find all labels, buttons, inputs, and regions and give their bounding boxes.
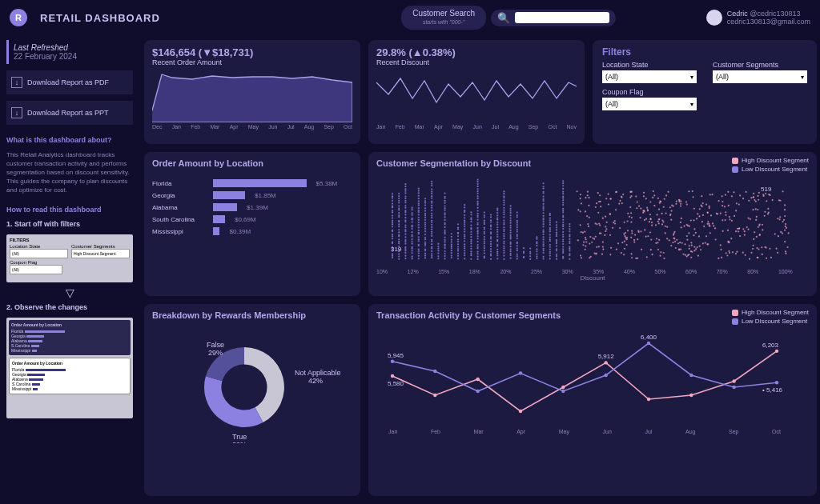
svg-point-579 [562, 208, 564, 210]
filter-segments-select[interactable]: (All) [713, 70, 807, 83]
svg-point-960 [581, 257, 582, 258]
svg-point-107 [412, 212, 413, 214]
svg-point-757 [729, 218, 730, 220]
bar-row: Florida$5.38M [152, 179, 352, 187]
svg-point-859 [720, 213, 722, 214]
svg-point-468 [517, 214, 518, 216]
svg-point-584 [562, 196, 564, 198]
svg-point-483 [536, 250, 537, 252]
svg-point-1053 [724, 206, 726, 207]
svg-point-268 [464, 238, 465, 239]
svg-point-618 [602, 249, 604, 250]
svg-point-160 [424, 210, 426, 211]
svg-point-893 [630, 253, 632, 254]
svg-point-599 [569, 238, 570, 240]
svg-point-233 [444, 192, 446, 194]
svg-point-139 [418, 188, 420, 190]
svg-point-516 [543, 195, 545, 197]
svg-point-128 [418, 214, 420, 215]
svg-point-427 [510, 258, 512, 259]
svg-point-415 [503, 216, 504, 218]
svg-point-105 [412, 218, 413, 219]
svg-point-596 [569, 246, 570, 248]
svg-point-341 [484, 247, 485, 249]
svg-point-55 [398, 193, 400, 194]
svg-point-1045 [656, 214, 657, 215]
axis-months: JanFebMarAprMayJunJulAugSepOctNov [376, 124, 577, 130]
svg-text:29%: 29% [232, 441, 247, 443]
svg-point-741 [660, 251, 661, 253]
svg-point-746 [748, 200, 750, 202]
svg-point-408 [503, 233, 504, 234]
svg-point-531 [549, 236, 551, 238]
svg-point-944 [585, 210, 586, 212]
svg-point-457 [517, 242, 518, 243]
svg-point-585 [562, 193, 564, 194]
svg-point-1072 [732, 379, 735, 382]
svg-point-714 [650, 249, 652, 250]
app-title: RETAIL DASHBOARD [40, 12, 160, 24]
svg-point-974 [693, 246, 695, 248]
svg-point-264 [464, 247, 465, 249]
svg-point-321 [477, 214, 479, 216]
svg-point-138 [418, 190, 420, 191]
svg-point-899 [752, 209, 754, 210]
svg-point-206 [444, 258, 446, 259]
svg-point-564 [562, 243, 564, 245]
svg-point-174 [431, 239, 432, 241]
svg-point-382 [496, 244, 498, 246]
svg-point-58 [404, 252, 406, 254]
svg-point-547 [556, 245, 557, 246]
search-input[interactable] [515, 12, 609, 23]
svg-point-188 [431, 205, 432, 206]
svg-point-441 [510, 225, 512, 226]
svg-point-985 [627, 230, 629, 231]
svg-point-336 [477, 178, 479, 180]
download-ppt-button[interactable]: ↓ Download Report as PPT [6, 101, 133, 125]
svg-point-355 [484, 214, 485, 216]
search-box[interactable]: 🔍 [491, 10, 616, 26]
svg-point-318 [477, 222, 479, 224]
svg-point-474 [523, 247, 525, 249]
svg-point-736 [762, 229, 763, 230]
svg-point-398 [503, 258, 504, 260]
svg-point-677 [655, 224, 657, 226]
svg-point-265 [464, 246, 465, 247]
chart-rewards-donut: False 29% Not Applicable 42% True 29% [152, 323, 352, 443]
download-pdf-button[interactable]: ↓ Download Report as PDF [6, 70, 133, 94]
filter-location-select[interactable]: (All) [602, 70, 697, 83]
svg-point-213 [444, 241, 446, 242]
svg-point-354 [484, 216, 485, 218]
svg-point-159 [424, 213, 426, 214]
svg-point-583 [562, 197, 564, 198]
svg-point-520 [543, 186, 545, 187]
svg-point-346 [484, 236, 485, 238]
svg-point-727 [645, 236, 647, 238]
svg-point-403 [503, 246, 504, 247]
svg-point-501 [543, 231, 545, 233]
svg-point-297 [470, 224, 472, 226]
svg-point-1024 [680, 205, 681, 206]
svg-point-954 [673, 233, 675, 234]
svg-point-183 [431, 217, 432, 218]
svg-point-889 [665, 232, 666, 234]
svg-point-995 [670, 210, 672, 211]
svg-point-943 [744, 230, 746, 232]
svg-point-505 [543, 221, 545, 222]
svg-point-429 [510, 253, 512, 254]
svg-point-627 [608, 203, 609, 205]
svg-point-399 [503, 255, 504, 257]
svg-point-326 [477, 202, 479, 204]
svg-point-587 [562, 188, 564, 190]
svg-point-176 [431, 233, 432, 234]
user-menu[interactable]: Cedric @cedric130813 cedric130813@gmail.… [706, 10, 810, 26]
svg-point-656 [712, 222, 713, 224]
svg-point-722 [711, 194, 713, 195]
filter-coupon-select[interactable]: (All) [602, 98, 697, 110]
svg-point-846 [784, 204, 786, 206]
svg-point-1044 [784, 209, 786, 210]
svg-point-576 [562, 215, 564, 217]
svg-point-920 [725, 194, 726, 195]
svg-point-655 [630, 222, 632, 223]
svg-point-245 [457, 258, 459, 259]
